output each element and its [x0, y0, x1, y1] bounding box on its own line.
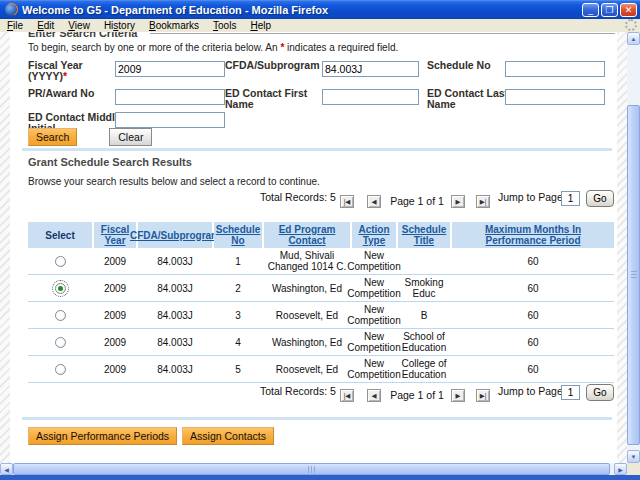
col-cfda-sort[interactable]: CFDA/Subprogram: [130, 230, 220, 241]
horizontal-scroll-thumb[interactable]: [13, 463, 610, 475]
first-page-button[interactable]: |◀: [340, 389, 354, 402]
table-row: 200984.003J4Washington, EdNew Competitio…: [28, 329, 614, 356]
results-table: Select Fiscal Year CFDA/Subprogram Sched…: [28, 222, 614, 383]
total-records: Total Records: 5: [260, 385, 336, 397]
select-radio[interactable]: [55, 364, 66, 375]
throbber-icon: [625, 19, 637, 31]
ed-last-name-field[interactable]: [505, 89, 605, 105]
last-page-button[interactable]: ▶|: [476, 195, 490, 208]
vertical-scroll-thumb[interactable]: [627, 105, 640, 445]
menu-bookmarks[interactable]: Bookmarks: [142, 20, 206, 31]
intro-text: To begin, search by one or more of the c…: [28, 42, 280, 53]
menu-help[interactable]: Help: [243, 20, 278, 31]
page-content: Enter Search Criteria To begin, search b…: [10, 32, 617, 463]
scroll-right-button[interactable]: ▶: [614, 463, 627, 475]
table-cell: Smoking Educ: [398, 275, 450, 301]
pagination-top: Total Records: 5 |◀ ◀ Page 1 of 1 ▶ ▶| J…: [10, 189, 617, 211]
ed-last-name-label: ED Contact Last Name: [427, 88, 512, 110]
table-cell: Washington, Ed: [264, 329, 350, 355]
col-schedule-no-sort[interactable]: Schedule No: [215, 224, 261, 246]
scroll-up-button[interactable]: ▲: [627, 32, 640, 45]
results-table-body: 200984.003J1Mud, Shivali Changed 1014 C.…: [28, 248, 614, 383]
menu-view[interactable]: View: [61, 20, 97, 31]
scroll-down-button[interactable]: ▼: [627, 450, 640, 463]
next-page-button[interactable]: ▶: [451, 389, 465, 402]
schedule-no-field[interactable]: [505, 61, 605, 77]
table-cell: 5: [214, 356, 262, 382]
col-action-type-sort[interactable]: Action Type: [353, 224, 395, 246]
fiscal-year-field[interactable]: [115, 61, 225, 77]
go-button[interactable]: Go: [586, 190, 614, 207]
clear-button[interactable]: Clear: [109, 128, 152, 146]
ed-first-name-label: ED Contact First Name: [225, 88, 320, 110]
col-schedule-title-sort[interactable]: Schedule Title: [399, 224, 449, 246]
col-select: Select: [45, 230, 74, 241]
scrollbar-corner: [627, 463, 640, 475]
actions-separator: [22, 417, 612, 420]
scroll-left-button[interactable]: ◀: [0, 463, 13, 475]
jump-to-page-input[interactable]: [561, 385, 580, 400]
search-button[interactable]: Search: [28, 128, 77, 146]
select-radio[interactable]: [55, 256, 66, 267]
pr-award-field[interactable]: [115, 89, 225, 105]
table-cell: 60: [452, 302, 614, 328]
menu-file[interactable]: File: [0, 20, 30, 31]
search-section-title: Enter Search Criteria: [28, 32, 137, 39]
page-indicator: Page 1 of 1: [385, 195, 449, 207]
assign-performance-periods-button[interactable]: Assign Performance Periods: [28, 427, 177, 445]
table-cell: New Competition: [352, 329, 396, 355]
table-cell: 60: [452, 248, 614, 274]
pr-award-label: PR/Award No: [28, 88, 113, 99]
page-viewport: Enter Search Criteria To begin, search b…: [0, 32, 627, 463]
select-radio[interactable]: [55, 310, 66, 321]
restore-button[interactable]: ❐: [601, 3, 618, 17]
table-cell: 60: [452, 275, 614, 301]
go-button[interactable]: Go: [586, 384, 614, 401]
table-row: 200984.003J1Mud, Shivali Changed 1014 C.…: [28, 248, 614, 275]
menu-tools[interactable]: Tools: [206, 20, 243, 31]
horizontal-scrollbar[interactable]: ◀ ▶: [0, 463, 627, 475]
table-cell: School of Education: [398, 329, 450, 355]
table-cell: 4: [214, 329, 262, 355]
schedule-no-label: Schedule No: [427, 60, 512, 71]
prev-page-button[interactable]: ◀: [367, 389, 381, 402]
table-cell: 2009: [94, 248, 136, 274]
assign-contacts-button[interactable]: Assign Contacts: [182, 427, 274, 445]
table-cell: 84.003J: [138, 302, 212, 328]
results-subtitle: Browse your search results below and sel…: [28, 176, 320, 187]
col-ed-program-contact-sort[interactable]: Ed Program Contact: [265, 224, 349, 246]
table-cell: New Competition: [352, 356, 396, 382]
table-row: 200984.003J5Roosevelt, EdNew Competition…: [28, 356, 614, 383]
table-cell: 2: [214, 275, 262, 301]
select-radio[interactable]: [55, 283, 66, 294]
first-page-button[interactable]: |◀: [340, 195, 354, 208]
table-cell: 60: [452, 356, 614, 382]
section-separator: [22, 148, 612, 151]
jump-to-page-input[interactable]: [561, 191, 580, 206]
select-radio-cell: [28, 275, 92, 301]
select-radio-cell: [28, 329, 92, 355]
col-max-months-sort[interactable]: Maximum Months In Performance Period: [453, 224, 613, 246]
col-fiscal-year-sort[interactable]: Fiscal Year: [95, 224, 135, 246]
minimize-button[interactable]: _: [582, 3, 599, 17]
menu-history[interactable]: History: [97, 20, 142, 31]
last-page-button[interactable]: ▶|: [476, 389, 490, 402]
table-row: 200984.003J3Roosevelt, EdNew Competition…: [28, 302, 614, 329]
search-intro: To begin, search by one or more of the c…: [28, 42, 398, 53]
table-header-row: Select Fiscal Year CFDA/Subprogram Sched…: [28, 222, 614, 248]
select-radio[interactable]: [55, 337, 66, 348]
next-page-button[interactable]: ▶: [451, 195, 465, 208]
prev-page-button[interactable]: ◀: [367, 195, 381, 208]
section-divider: [150, 33, 615, 34]
table-cell: 60: [452, 329, 614, 355]
ed-middle-initial-field[interactable]: [115, 112, 225, 128]
ed-first-name-field[interactable]: [322, 89, 419, 105]
table-cell: 2009: [94, 275, 136, 301]
table-cell: Roosevelt, Ed: [264, 302, 350, 328]
menu-edit[interactable]: Edit: [30, 20, 61, 31]
menu-bar: FileEditViewHistoryBookmarksToolsHelp: [0, 19, 640, 32]
table-cell: [398, 248, 450, 274]
close-button[interactable]: ✕: [620, 3, 637, 17]
vertical-scrollbar[interactable]: ▲ ▼: [627, 32, 640, 463]
cfda-field[interactable]: [322, 61, 419, 77]
